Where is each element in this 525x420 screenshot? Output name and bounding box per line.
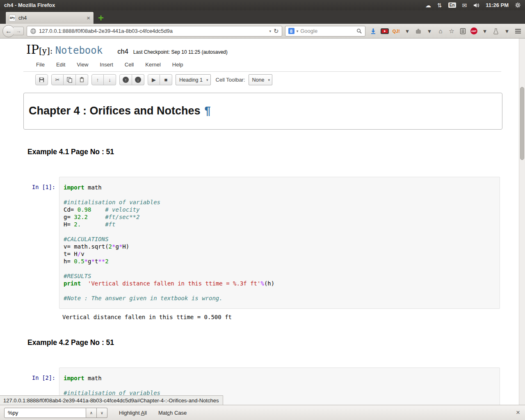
copy-icon <box>66 77 73 83</box>
chapter-heading: Chapter 4 : Orifices and Notches¶ <box>29 104 495 118</box>
cell-toolbar-label: Cell Toolbar: <box>216 77 245 83</box>
site-globe-icon <box>30 28 37 34</box>
notebook-title[interactable]: ch4 <box>117 48 128 55</box>
tab-label: ch4 <box>18 15 84 21</box>
cell-toolbar-caret-icon: ▾ <box>268 78 270 82</box>
paste-cell-button[interactable] <box>76 74 88 85</box>
cut-cell-button[interactable]: ✂ <box>51 74 64 85</box>
reload-icon[interactable]: ↻ <box>274 27 279 35</box>
new-tab-button[interactable]: + <box>98 13 104 23</box>
input-prompt-2: In [2]: <box>32 368 59 381</box>
menu-view[interactable]: View <box>71 62 94 68</box>
cell-type-select[interactable]: Heading 1 ▾ <box>176 74 211 85</box>
heading-cell[interactable]: Chapter 4 : Orifices and Notches¶ <box>23 93 502 130</box>
quickjava-caret-icon[interactable]: ▾ <box>404 27 411 35</box>
search-magnifier-icon[interactable] <box>356 28 362 34</box>
insert-cell-above-button[interactable]: ↑ <box>119 74 132 85</box>
highlight-all-text: Highlight <box>119 410 141 416</box>
quickjava-icon[interactable]: QJ! <box>393 27 400 35</box>
menu-edit[interactable]: Edit <box>50 62 71 68</box>
url-history-caret-icon[interactable]: ▾ <box>269 29 272 33</box>
chevron-up-icon: ∧ <box>90 411 93 415</box>
logo-ip: IP <box>26 43 39 57</box>
cell-toolbar-select[interactable]: None ▾ <box>249 74 272 85</box>
logo-y: [y]: <box>39 46 53 56</box>
url-path: /f0f08ab4-2e39-441a-8b03-c4fce4dc5d9a <box>75 28 173 34</box>
scrollbar-thumb[interactable] <box>520 87 524 160</box>
tab-ch4[interactable]: IPy ch4 × <box>5 11 94 24</box>
toolbar-addon-icons: QJ! ▾ ▾ ⌂ ☆ ABP ▾ ▾ <box>370 27 522 35</box>
heading-anchor-link[interactable]: ¶ <box>205 105 211 117</box>
menu-cell[interactable]: Cell <box>119 62 139 68</box>
output-1: Vertical distance fallen in this ttime =… <box>62 314 519 320</box>
sync-arrows-icon[interactable]: ⇅ <box>437 2 442 9</box>
input-prompt-1: In [1]: <box>32 177 59 190</box>
volume-icon[interactable] <box>473 2 479 9</box>
cell-type-value: Heading 1 <box>179 77 203 83</box>
move-cell-up-button[interactable]: ↑ <box>91 74 104 85</box>
download-icon[interactable] <box>370 27 377 35</box>
find-previous-button[interactable]: ∧ <box>86 408 97 418</box>
insert-above-icon: ↑ <box>123 77 129 83</box>
copy-cell-button[interactable] <box>64 74 76 85</box>
mail-icon[interactable]: ✉ <box>462 2 467 9</box>
code-editor-1[interactable]: import math #initialisation of variables… <box>59 177 500 309</box>
extension-caret-icon[interactable]: ▾ <box>426 27 433 35</box>
bookmarks-menu-icon[interactable] <box>459 27 466 35</box>
arrow-down-icon: ↓ <box>108 77 111 83</box>
url-text: 127.0.0.1:8888/f0f08ab4-2e39-441a-8b03-c… <box>39 28 267 34</box>
play-icon: ▶ <box>152 77 156 83</box>
google-favicon: 8 <box>288 28 294 34</box>
search-bar[interactable]: 8 ▾ Google <box>285 26 365 37</box>
find-next-button[interactable]: ∨ <box>97 408 107 418</box>
tab-close-icon[interactable]: × <box>87 15 90 21</box>
find-input[interactable] <box>4 408 86 418</box>
keyboard-layout-indicator[interactable]: En <box>448 2 456 8</box>
save-button[interactable] <box>35 74 48 85</box>
save-icon <box>39 77 45 83</box>
forward-button[interactable]: → <box>14 27 24 35</box>
extension-icon[interactable] <box>415 27 422 35</box>
example-2-title: Example 4.2 Page No : 51 <box>27 338 519 347</box>
find-bar: ∧ ∨ Highlight All Match Case × <box>0 405 525 420</box>
adblock-caret-icon[interactable]: ▾ <box>481 27 488 35</box>
adblock-icon[interactable]: ABP <box>470 27 477 35</box>
paste-icon <box>79 77 85 83</box>
insert-cell-below-button[interactable]: ↓ <box>132 74 144 85</box>
match-case-checkbox[interactable]: Match Case <box>158 410 187 416</box>
interrupt-kernel-button[interactable]: ■ <box>160 74 172 85</box>
page-scrollbar[interactable] <box>519 39 525 405</box>
find-close-icon[interactable]: × <box>516 409 520 417</box>
url-bar[interactable]: 127.0.0.1:8888/f0f08ab4-2e39-441a-8b03-c… <box>27 26 282 37</box>
url-host: 127.0.0.1:8888 <box>39 28 75 34</box>
menu-help[interactable]: Help <box>167 62 189 68</box>
bookmark-star-icon[interactable]: ☆ <box>448 27 455 35</box>
extension2-caret-icon[interactable]: ▾ <box>503 27 511 35</box>
search-engine-caret-icon[interactable]: ▾ <box>297 29 299 33</box>
menu-insert[interactable]: Insert <box>94 62 119 68</box>
extension2-icon[interactable] <box>492 27 500 35</box>
chevron-down-icon: ∨ <box>100 411 103 415</box>
menu-file[interactable]: File <box>30 62 50 68</box>
notebook-title-area: ch4 Last Checkpoint: Sep 10 11:25 (autos… <box>117 48 228 55</box>
run-cell-button[interactable]: ▶ <box>148 74 160 85</box>
navigation-toolbar: ← → 127.0.0.1:8888/f0f08ab4-2e39-441a-8b… <box>0 24 525 39</box>
menu-icon[interactable] <box>514 27 522 35</box>
stop-icon: ■ <box>164 77 168 83</box>
highlight-all-button[interactable]: Highlight All <box>119 410 147 416</box>
ipython-notebook-logo[interactable]: IP[y]:Notebook <box>26 43 103 57</box>
notebook-header: IP[y]:Notebook ch4 Last Checkpoint: Sep … <box>0 39 519 58</box>
notebook-menubar: File Edit View Insert Cell Kernel Help <box>23 59 501 72</box>
youtube-icon[interactable] <box>381 27 389 35</box>
cloud-icon[interactable]: ☁ <box>425 2 431 9</box>
notebook-page: IP[y]:Notebook ch4 Last Checkpoint: Sep … <box>0 39 519 420</box>
clock[interactable]: 11:26 PM <box>486 2 509 8</box>
match-case-text: Mat <box>158 410 167 416</box>
window-title: ch4 - Mozilla Firefox <box>4 2 55 8</box>
session-gear-icon[interactable] <box>515 2 521 8</box>
menu-kernel[interactable]: Kernel <box>139 62 167 68</box>
move-cell-down-button[interactable]: ↓ <box>104 74 116 85</box>
back-button[interactable]: ← <box>2 25 15 37</box>
search-input[interactable]: Google <box>300 28 354 34</box>
home-icon[interactable]: ⌂ <box>437 27 444 35</box>
